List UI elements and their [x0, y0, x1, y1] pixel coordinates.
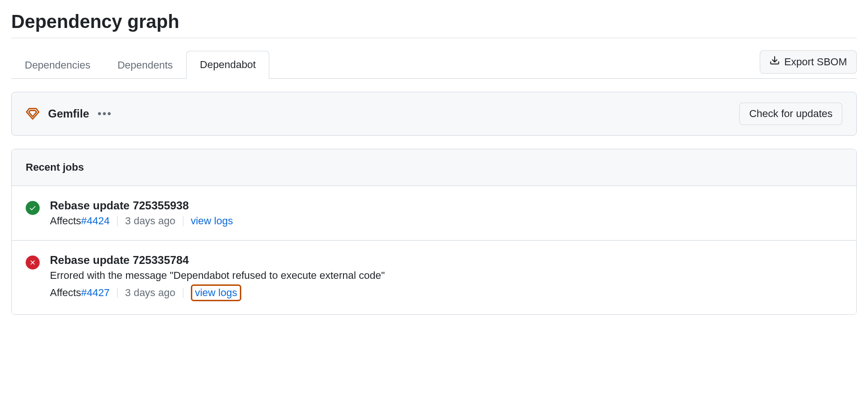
manifest-box: Gemfile ••• Check for updates	[11, 92, 857, 136]
tab-nav: Dependencies Dependents Dependabot Expor…	[11, 50, 857, 79]
check-updates-button[interactable]: Check for updates	[739, 103, 842, 125]
tab-dependents[interactable]: Dependents	[104, 51, 187, 79]
separator	[183, 288, 183, 298]
separator	[117, 216, 118, 226]
job-row: Rebase update 725355938Affects #44243 da…	[12, 186, 856, 241]
separator	[117, 288, 118, 298]
view-logs-link[interactable]: view logs	[191, 284, 241, 301]
job-row: Rebase update 725335784Errored with the …	[12, 241, 856, 314]
export-sbom-label: Export SBOM	[784, 56, 847, 68]
affects-issue-link[interactable]: #4424	[81, 215, 110, 227]
job-time: 3 days ago	[125, 215, 175, 227]
tab-dependencies[interactable]: Dependencies	[11, 51, 104, 79]
job-title: Rebase update 725355938	[50, 199, 842, 212]
job-title: Rebase update 725335784	[50, 254, 842, 267]
tab-dependabot[interactable]: Dependabot	[186, 51, 269, 79]
separator	[183, 216, 183, 226]
view-logs-link[interactable]: view logs	[191, 215, 233, 227]
download-icon	[770, 55, 780, 69]
ruby-gem-icon	[26, 107, 40, 121]
page-title: Dependency graph	[11, 11, 857, 32]
check-updates-label: Check for updates	[749, 108, 833, 120]
export-sbom-button[interactable]: Export SBOM	[760, 50, 857, 74]
check-circle-icon	[26, 201, 40, 215]
affects-label: Affects	[50, 215, 81, 227]
job-meta: Affects #44273 days agoview logs	[50, 284, 842, 301]
job-body: Rebase update 725335784Errored with the …	[50, 254, 842, 301]
job-body: Rebase update 725355938Affects #44243 da…	[50, 199, 842, 227]
manifest-name: Gemfile	[48, 107, 89, 120]
job-meta: Affects #44243 days agoview logs	[50, 215, 842, 227]
affects-label: Affects	[50, 287, 81, 299]
x-circle-icon	[26, 256, 40, 270]
recent-jobs-header: Recent jobs	[12, 149, 856, 186]
affects-issue-link[interactable]: #4427	[81, 287, 110, 299]
kebab-icon[interactable]: •••	[98, 107, 112, 120]
recent-jobs-box: Recent jobs Rebase update 725355938Affec…	[11, 149, 857, 315]
job-time: 3 days ago	[125, 287, 175, 299]
job-error-message: Errored with the message "Dependabot ref…	[50, 270, 842, 282]
